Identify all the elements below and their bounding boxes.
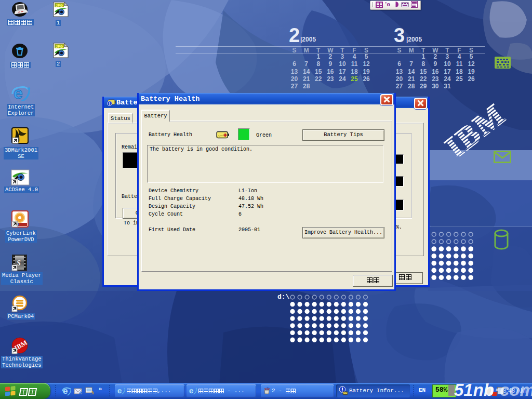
svg-text:JPG: JPG	[56, 45, 63, 48]
svg-text:JPG: JPG	[56, 4, 63, 7]
svg-text:e: e	[117, 387, 122, 394]
svg-text:IBM: IBM	[439, 97, 512, 156]
svg-text:e: e	[189, 387, 193, 394]
